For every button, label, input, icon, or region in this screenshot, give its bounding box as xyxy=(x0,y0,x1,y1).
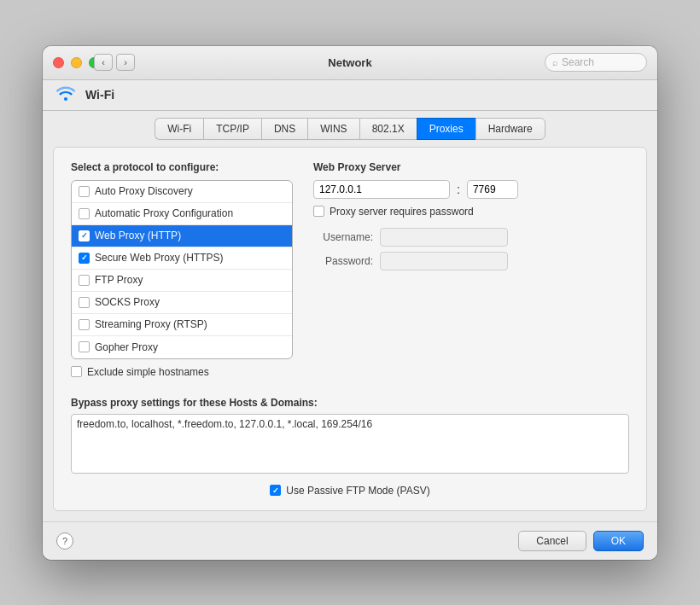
protocol-item-socks[interactable]: SOCKS Proxy xyxy=(72,292,292,314)
window-title: Network xyxy=(328,56,371,69)
wifi-icon xyxy=(56,85,75,105)
protocol-item-auto-config[interactable]: Automatic Proxy Configuration xyxy=(72,203,292,225)
tab-wins[interactable]: WINS xyxy=(307,118,359,140)
help-icon: ? xyxy=(62,536,67,546)
help-button[interactable]: ? xyxy=(56,532,73,550)
tab-dns[interactable]: DNS xyxy=(261,118,307,140)
colon-separator: : xyxy=(457,183,460,196)
checkbox-requires-password[interactable] xyxy=(313,206,324,217)
proxy-port-input[interactable] xyxy=(467,180,518,199)
search-bar[interactable]: ⌕ Search xyxy=(545,53,647,72)
toolbar: Wi-Fi xyxy=(43,80,657,111)
protocol-label-ftp: FTP Proxy xyxy=(95,274,143,286)
footer-buttons: Cancel OK xyxy=(518,531,644,551)
checkbox-streaming[interactable] xyxy=(79,319,90,330)
protocol-item-streaming[interactable]: Streaming Proxy (RTSP) xyxy=(72,314,292,336)
passive-ftp-row: Use Passive FTP Mode (PASV) xyxy=(71,485,629,497)
protocol-label-web-http: Web Proxy (HTTP) xyxy=(95,230,181,241)
password-field-row: Password: xyxy=(313,252,629,271)
protocol-label-secure-https: Secure Web Proxy (HTTPS) xyxy=(95,252,223,264)
password-field-label: Password: xyxy=(313,255,373,267)
passive-ftp-label: Use Passive FTP Mode (PASV) xyxy=(286,485,429,497)
traffic-lights xyxy=(53,57,100,68)
protocol-section-label: Select a protocol to configure: xyxy=(71,161,293,173)
close-button[interactable] xyxy=(53,57,64,68)
checkbox-auto-discovery[interactable] xyxy=(79,186,90,197)
checkbox-auto-config[interactable] xyxy=(79,208,90,219)
forward-button[interactable]: › xyxy=(116,54,135,71)
minimize-button[interactable] xyxy=(71,57,82,68)
requires-password-label: Proxy server requires password xyxy=(330,206,474,218)
search-placeholder: Search xyxy=(562,56,594,68)
protocol-item-auto-discovery[interactable]: Auto Proxy Discovery xyxy=(72,181,292,203)
tab-wifi[interactable]: Wi-Fi xyxy=(155,118,203,140)
protocol-section: Select a protocol to configure: Auto Pro… xyxy=(71,161,293,387)
protocol-list: Auto Proxy Discovery Automatic Proxy Con… xyxy=(71,180,293,359)
protocol-label-auto-config: Automatic Proxy Configuration xyxy=(95,207,233,219)
checkbox-exclude[interactable] xyxy=(71,366,82,377)
footer: ? Cancel OK xyxy=(43,521,657,560)
nav-buttons: ‹ › xyxy=(94,54,135,71)
tab-proxies[interactable]: Proxies xyxy=(417,118,475,140)
cancel-button[interactable]: Cancel xyxy=(518,531,586,551)
titlebar: ‹ › Network ⌕ Search xyxy=(43,46,657,80)
search-icon: ⌕ xyxy=(552,57,558,67)
checkbox-web-http[interactable] xyxy=(79,230,90,241)
tab-hardware[interactable]: Hardware xyxy=(475,118,545,140)
protocol-item-gopher[interactable]: Gopher Proxy xyxy=(72,336,292,358)
protocol-label-streaming: Streaming Proxy (RTSP) xyxy=(95,318,207,330)
protocol-label-gopher: Gopher Proxy xyxy=(95,341,158,353)
bypass-textarea[interactable]: freedom.to, localhost, *.freedom.to, 127… xyxy=(71,414,629,474)
main-window: ‹ › Network ⌕ Search Wi-Fi Wi-Fi TCP/IP … xyxy=(43,46,657,560)
username-input[interactable] xyxy=(380,228,508,247)
back-button[interactable]: ‹ xyxy=(94,54,113,71)
username-row: Username: xyxy=(313,228,629,247)
tabs-wrapper: Wi-Fi TCP/IP DNS WINS 802.1X Proxies Har… xyxy=(43,111,657,140)
protocol-item-secure-https[interactable]: Secure Web Proxy (HTTPS) xyxy=(72,247,292,270)
proxy-section: Web Proxy Server : Proxy server requires… xyxy=(313,161,629,387)
checkbox-ftp[interactable] xyxy=(79,275,90,286)
username-label: Username: xyxy=(313,231,373,243)
exclude-row: Exclude simple hostnames xyxy=(71,366,293,378)
checkbox-passive-ftp[interactable] xyxy=(270,485,281,496)
service-name: Wi-Fi xyxy=(85,88,114,102)
checkbox-gopher[interactable] xyxy=(79,341,90,352)
protocol-label-socks: SOCKS Proxy xyxy=(95,296,160,308)
password-input[interactable] xyxy=(380,252,508,271)
tabs-bar: Wi-Fi TCP/IP DNS WINS 802.1X Proxies Har… xyxy=(53,111,647,140)
protocol-item-web-http[interactable]: Web Proxy (HTTP) xyxy=(72,225,292,247)
protocol-label-auto-discovery: Auto Proxy Discovery xyxy=(95,185,193,197)
exclude-label: Exclude simple hostnames xyxy=(87,366,209,378)
bottom-section: Bypass proxy settings for these Hosts & … xyxy=(71,397,629,476)
checkbox-secure-https[interactable] xyxy=(79,253,90,264)
proxy-server-title: Web Proxy Server xyxy=(313,161,629,173)
protocol-item-ftp[interactable]: FTP Proxy xyxy=(72,270,292,292)
bypass-label: Bypass proxy settings for these Hosts & … xyxy=(71,397,629,409)
tab-tcpip[interactable]: TCP/IP xyxy=(203,118,261,140)
checkbox-socks[interactable] xyxy=(79,297,90,308)
content-panel: Select a protocol to configure: Auto Pro… xyxy=(53,147,647,511)
password-row: Proxy server requires password xyxy=(313,206,629,218)
tab-8021x[interactable]: 802.1X xyxy=(359,118,417,140)
proxy-ip-input[interactable] xyxy=(313,180,450,199)
ok-button[interactable]: OK xyxy=(593,531,644,551)
proxy-server-row: : xyxy=(313,180,629,199)
content-inner: Select a protocol to configure: Auto Pro… xyxy=(71,161,629,387)
